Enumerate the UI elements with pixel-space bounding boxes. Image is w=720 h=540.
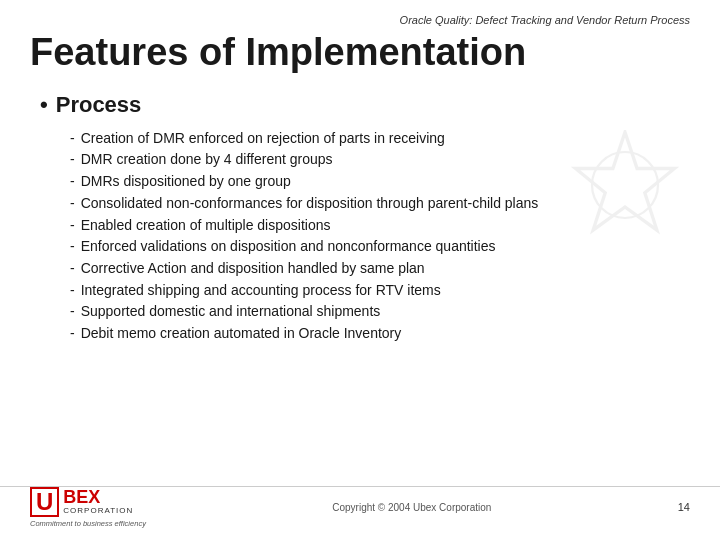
- list-item: -Integrated shipping and accounting proc…: [70, 280, 690, 302]
- bullet-dot: •: [40, 94, 48, 116]
- list-dash: -: [70, 301, 75, 323]
- list-item: -Debit memo creation automated in Oracle…: [70, 323, 690, 345]
- logo-box: U BEX CORPORATION: [30, 487, 133, 517]
- logo-corp: CORPORATION: [63, 506, 133, 515]
- list-dash: -: [70, 280, 75, 302]
- list-dash: -: [70, 128, 75, 150]
- watermark-seal: [570, 130, 680, 240]
- logo-text: BEX CORPORATION: [63, 488, 133, 515]
- logo-tagline: Commitment to business efficiency: [30, 519, 146, 528]
- list-dash: -: [70, 193, 75, 215]
- slide: Oracle Quality: Defect Tracking and Vend…: [0, 0, 720, 540]
- process-heading: • Process: [40, 92, 690, 118]
- list-dash: -: [70, 323, 75, 345]
- list-text: Supported domestic and international shi…: [81, 301, 690, 323]
- footer: U BEX CORPORATION Commitment to business…: [0, 486, 720, 528]
- list-dash: -: [70, 215, 75, 237]
- slide-title: Features of Implementation: [30, 32, 690, 74]
- logo-bex: BEX: [63, 488, 133, 506]
- list-item: -Supported domestic and international sh…: [70, 301, 690, 323]
- list-text: Debit memo creation automated in Oracle …: [81, 323, 690, 345]
- list-text: Integrated shipping and accounting proce…: [81, 280, 690, 302]
- footer-logo: U BEX CORPORATION Commitment to business…: [30, 487, 146, 528]
- list-text: Corrective Action and disposition handle…: [81, 258, 690, 280]
- list-dash: -: [70, 258, 75, 280]
- logo-u-letter: U: [30, 487, 59, 517]
- footer-page-number: 14: [678, 501, 690, 513]
- svg-marker-0: [576, 132, 675, 230]
- list-dash: -: [70, 171, 75, 193]
- list-dash: -: [70, 149, 75, 171]
- header-subtitle: Oracle Quality: Defect Tracking and Vend…: [30, 14, 690, 26]
- list-item: -Corrective Action and disposition handl…: [70, 258, 690, 280]
- list-dash: -: [70, 236, 75, 258]
- footer-copyright: Copyright © 2004 Ubex Corporation: [146, 502, 678, 513]
- process-label: Process: [56, 92, 142, 118]
